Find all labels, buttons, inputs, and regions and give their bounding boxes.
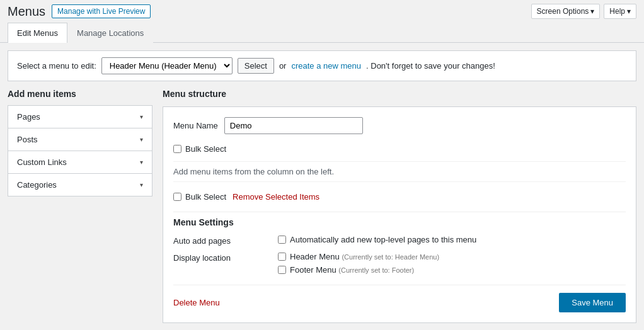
accordion-header-posts[interactable]: Posts ▾	[8, 128, 152, 151]
bulk-select-top-text: Bulk Select	[185, 144, 226, 154]
accordion-label-custom-links: Custom Links	[17, 157, 67, 167]
menu-settings-heading: Menu Settings	[173, 212, 626, 227]
header-menu-label: Header Menu (Currently set to: Header Me…	[290, 252, 439, 261]
screen-options-label: Screen Options	[537, 7, 589, 16]
bulk-select-row-top: Bulk Select	[173, 144, 626, 154]
accordion: Pages ▾ Posts ▾ Custom Links ▾ Categorie…	[8, 105, 152, 196]
reminder-text: . Don't forget to save your changes!	[366, 61, 495, 71]
help-chevron: ▾	[627, 7, 631, 16]
accordion-item-posts: Posts ▾	[8, 128, 152, 151]
auto-add-control: Automatically add new top-level pages to…	[278, 235, 476, 244]
save-menu-button[interactable]: Save Menu	[559, 293, 626, 312]
accordion-header-custom-links[interactable]: Custom Links ▾	[8, 151, 152, 173]
footer-menu-checkbox[interactable]	[278, 266, 286, 274]
screen-options-button[interactable]: Screen Options ▾	[531, 4, 601, 19]
select-menu-label: Select a menu to edit:	[17, 61, 96, 71]
main-panel-heading: Menu structure	[163, 89, 636, 99]
top-bar: Menus Manage with Live Preview Screen Op…	[0, 0, 644, 23]
header-menu-option[interactable]: Header Menu (Currently set to: Header Me…	[278, 252, 439, 261]
auto-add-checkbox[interactable]	[278, 236, 286, 244]
or-text: or	[279, 61, 287, 71]
menu-name-label: Menu Name	[173, 121, 218, 130]
page-title: Menus	[8, 4, 45, 19]
accordion-label-posts: Posts	[17, 135, 38, 144]
remove-selected-link[interactable]: Remove Selected Items	[233, 192, 319, 202]
live-preview-button[interactable]: Manage with Live Preview	[52, 4, 151, 18]
accordion-header-categories[interactable]: Categories ▾	[8, 174, 152, 196]
select-menu-button[interactable]: Select	[238, 58, 274, 74]
nav-tabs: Edit Menus Manage Locations	[0, 23, 644, 43]
menu-name-input[interactable]	[224, 117, 363, 134]
bulk-select-top-checkbox[interactable]	[173, 145, 181, 153]
menu-name-row: Menu Name	[173, 117, 626, 134]
create-new-menu-link[interactable]: create a new menu	[291, 61, 361, 71]
notice-bar: Select a menu to edit: Header Menu (Head…	[8, 50, 636, 81]
tab-manage-locations[interactable]: Manage Locations	[67, 23, 153, 43]
auto-add-option[interactable]: Automatically add new top-level pages to…	[278, 235, 476, 244]
bulk-select-bottom-checkbox[interactable]	[173, 193, 181, 201]
main-panel: Menu structure Menu Name Bulk Select Add…	[163, 89, 636, 323]
auto-add-pages-row: Auto add pages Automatically add new top…	[173, 235, 626, 246]
footer-menu-option[interactable]: Footer Menu (Currently set to: Footer)	[278, 265, 439, 275]
accordion-header-pages[interactable]: Pages ▾	[8, 106, 152, 128]
top-bar-right: Screen Options ▾ Help ▾	[531, 4, 636, 19]
bulk-select-row-bottom: Bulk Select Remove Selected Items	[173, 192, 626, 202]
main-content: Add menu items Pages ▾ Posts ▾ Custom Li…	[0, 89, 644, 330]
bulk-select-bottom-label[interactable]: Bulk Select	[173, 192, 226, 202]
accordion-label-categories: Categories	[17, 180, 57, 190]
display-location-control: Header Menu (Currently set to: Header Me…	[278, 252, 439, 275]
bulk-select-top-label[interactable]: Bulk Select	[173, 144, 226, 154]
screen-options-chevron: ▾	[590, 7, 594, 16]
chevron-icon-custom-links: ▾	[140, 159, 143, 166]
header-menu-checkbox[interactable]	[278, 253, 286, 261]
chevron-icon-categories: ▾	[140, 181, 143, 188]
sidebar-heading: Add menu items	[8, 89, 152, 99]
display-location-row: Display location Header Menu (Currently …	[173, 252, 626, 275]
chevron-icon-posts: ▾	[140, 136, 143, 143]
auto-add-option-label: Automatically add new top-level pages to…	[290, 235, 476, 244]
delete-menu-link[interactable]: Delete Menu	[173, 298, 220, 307]
menu-settings: Menu Settings Auto add pages Automatical…	[173, 212, 626, 275]
bulk-select-bottom-text: Bulk Select	[185, 192, 226, 202]
chevron-icon-pages: ▾	[140, 113, 143, 120]
help-button[interactable]: Help ▾	[604, 4, 636, 19]
menu-select-dropdown[interactable]: Header Menu (Header Menu)	[101, 57, 233, 74]
top-bar-left: Menus Manage with Live Preview	[8, 4, 151, 19]
tab-edit-menus[interactable]: Edit Menus	[8, 23, 67, 43]
help-label: Help	[609, 7, 625, 16]
auto-add-label: Auto add pages	[173, 235, 268, 246]
menu-structure-box: Menu Name Bulk Select Add menu items fro…	[163, 106, 636, 323]
footer-menu-label: Footer Menu (Currently set to: Footer)	[290, 265, 414, 275]
menu-footer: Delete Menu Save Menu	[173, 285, 626, 312]
sidebar: Add menu items Pages ▾ Posts ▾ Custom Li…	[8, 89, 152, 323]
accordion-item-pages: Pages ▾	[8, 105, 152, 128]
accordion-label-pages: Pages	[17, 112, 40, 122]
add-items-hint: Add menu items from the column on the le…	[173, 161, 626, 182]
accordion-item-custom-links: Custom Links ▾	[8, 151, 152, 174]
display-location-label: Display location	[173, 252, 268, 263]
accordion-item-categories: Categories ▾	[8, 173, 152, 196]
